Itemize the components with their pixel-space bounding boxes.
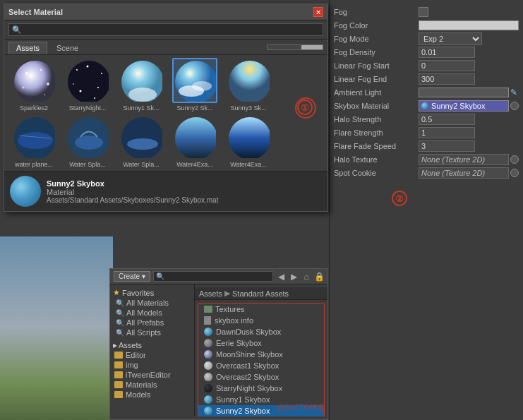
selected-material-type: Material — [47, 188, 218, 196]
breadcrumb-assets[interactable]: Assets — [199, 289, 222, 298]
svg-point-18 — [192, 81, 212, 91]
list-item[interactable]: water plane... — [8, 114, 59, 168]
list-item[interactable]: Sunny1 Sk... — [116, 58, 167, 112]
fb-back-icon[interactable]: ◀ — [276, 272, 286, 282]
flare-fade-speed-row: Flare Fade Speed — [334, 140, 519, 152]
fb-item-overcast2[interactable]: Overcast2 Skybox — [198, 371, 324, 383]
fb-file-list: Textures skybox info DawnDusk Skybox Eer… — [198, 303, 325, 416]
spot-cookie-row: Spot Cookie None (Texture 2D) — [334, 167, 519, 179]
fb-item-all-models[interactable]: 🔍 All Models — [110, 308, 194, 318]
folder-icon — [114, 361, 123, 368]
fog-density-label: Fog Density — [334, 48, 419, 56]
svg-point-5 — [44, 94, 45, 95]
fb-file-skybox-info[interactable]: skybox info — [198, 315, 324, 326]
list-item[interactable]: Water Spla... — [62, 114, 113, 168]
fb-item-overcast1[interactable]: Overcast1 Skybox — [198, 360, 324, 371]
flare-fade-speed-input[interactable] — [419, 140, 475, 152]
fb-folder-models[interactable]: Models — [110, 390, 194, 400]
fb-forward-icon[interactable]: ▶ — [289, 272, 299, 282]
selected-material-path: Assets/Standard Assets/Skyboxes/Sunny2 S… — [47, 196, 218, 204]
create-button[interactable]: Create ▾ — [114, 271, 150, 282]
ambient-light-swatch[interactable] — [419, 88, 509, 97]
tab-scene[interactable]: Scene — [49, 42, 86, 54]
fb-item-all-prefabs[interactable]: 🔍 All Prefabs — [110, 318, 194, 328]
folder-icon — [114, 381, 123, 388]
dialog-search-input[interactable] — [8, 23, 323, 36]
halo-texture-value: None (Texture 2D) — [419, 154, 509, 165]
list-item[interactable]: Sparkles2 — [8, 58, 59, 112]
sphere-icon — [204, 328, 212, 336]
fog-checkbox[interactable] — [419, 7, 428, 17]
list-item[interactable]: Sunny2 Sk... — [169, 58, 220, 112]
fb-folder-textures[interactable]: Textures — [198, 304, 324, 315]
select-material-dialog: Select Material ✕ Assets Scene Sparkles2… — [4, 4, 328, 212]
fog-density-input[interactable] — [419, 47, 475, 58]
halo-texture-select-icon[interactable] — [510, 155, 519, 164]
search-all-prefabs-icon: 🔍 — [116, 319, 124, 327]
fb-item-label: Sunny1 Skybox — [216, 395, 270, 404]
material-thumb-water4b — [226, 114, 271, 160]
list-item[interactable]: Water4Exa... — [169, 114, 220, 168]
svg-point-19 — [229, 61, 271, 103]
fog-mode-select[interactable]: Exp 2 — [419, 32, 482, 45]
fb-item-moonshine[interactable]: MoonShine Skybox — [198, 349, 324, 360]
list-item[interactable]: StarryNight... — [62, 58, 113, 112]
fb-item-eerie[interactable]: Eerie Skybox — [198, 337, 324, 349]
fb-home-icon[interactable]: ⌂ — [301, 272, 311, 282]
spot-cookie-select-icon[interactable] — [510, 169, 519, 177]
linear-fog-start-input[interactable] — [419, 60, 475, 71]
fb-folder-itweeneditor[interactable]: iTweenEditor — [110, 370, 194, 380]
fog-color-swatch[interactable] — [419, 20, 519, 30]
skybox-material-label: Skybox Material — [334, 102, 419, 110]
fb-folder-img[interactable]: img — [110, 360, 194, 370]
list-item[interactable]: Water Spla... — [116, 114, 167, 168]
folder-icon — [114, 352, 123, 359]
halo-strength-input[interactable] — [419, 114, 475, 125]
selected-material-text: Sunny2 Skybox Material Assets/Standard A… — [47, 179, 218, 204]
linear-fog-start-label: Linear Fog Start — [334, 61, 419, 70]
skybox-material-row: Skybox Material Sunny2 Skybox — [334, 100, 519, 112]
inspector-panel: Fog Fog Color Fog Mode Exp 2 Fog Density… — [329, 0, 523, 420]
breadcrumb-standard-assets[interactable]: Standard Assets — [232, 289, 289, 298]
fb-lock-icon[interactable]: 🔒 — [314, 272, 324, 282]
file-search-input[interactable] — [153, 271, 273, 282]
material-label: Sunny3 Sk... — [223, 104, 274, 112]
fb-right-panel: Assets ▶ Standard Assets Textures skybox… — [195, 284, 327, 416]
fog-row: Fog — [334, 6, 519, 18]
svg-point-8 — [87, 66, 89, 68]
tab-assets[interactable]: Assets — [8, 42, 47, 54]
fb-folder-label: Models — [126, 390, 150, 399]
fb-item-label: Overcast1 Skybox — [216, 361, 279, 370]
fb-item-label: Overcast2 Skybox — [216, 373, 279, 381]
fb-item-starrynight[interactable]: StarryNight Skybox — [198, 383, 324, 394]
svg-point-28 — [229, 117, 271, 160]
fog-density-row: Fog Density — [334, 46, 519, 59]
fog-label: Fog — [334, 8, 419, 16]
fb-folder-editor[interactable]: Editor — [110, 350, 194, 360]
svg-point-21 — [18, 132, 53, 149]
skybox-select-icon[interactable] — [510, 102, 519, 110]
linear-fog-end-input[interactable] — [419, 73, 475, 85]
svg-point-0 — [14, 61, 56, 103]
material-label: StarryNight... — [62, 104, 113, 112]
material-label: Sunny2 Sk... — [169, 104, 220, 112]
fb-item-label: All Models — [126, 308, 162, 317]
svg-point-1 — [25, 72, 28, 75]
fb-item-all-scripts[interactable]: 🔍 All Scripts — [110, 328, 194, 337]
fb-item-dawndusk[interactable]: DawnDusk Skybox — [198, 326, 324, 337]
material-thumb-sunny2 — [172, 58, 217, 103]
material-label: water plane... — [8, 161, 59, 168]
ambient-light-edit-icon[interactable]: ✎ — [509, 88, 519, 97]
path-separator: ▶ — [224, 289, 230, 298]
fb-item-all-materials[interactable]: 🔍 All Materials — [110, 298, 194, 308]
svg-point-27 — [175, 117, 217, 160]
fb-folder-materials[interactable]: Materials — [110, 380, 194, 390]
selected-info-bar: Sunny2 Skybox Material Assets/Standard A… — [4, 171, 327, 211]
skybox-material-value[interactable]: Sunny2 Skybox — [419, 100, 509, 112]
list-item[interactable]: Sunny3 Sk... — [223, 58, 274, 112]
close-button[interactable]: ✕ — [313, 7, 323, 17]
fb-assets-header[interactable]: ▶ Assets — [110, 340, 194, 350]
fb-favorites-header[interactable]: ★ Favorites — [110, 287, 194, 298]
flare-strength-input[interactable] — [419, 127, 475, 138]
list-item[interactable]: Water4Exa... — [223, 114, 274, 168]
